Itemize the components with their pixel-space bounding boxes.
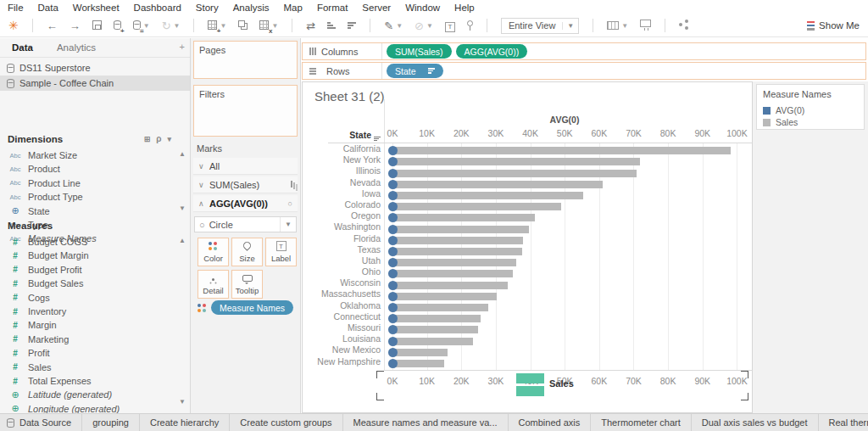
chevron-icon[interactable]: ∧ xyxy=(198,199,205,208)
circle-missouri[interactable] xyxy=(388,325,398,334)
row-label[interactable]: New York xyxy=(303,154,381,165)
circle-texas[interactable] xyxy=(388,247,398,256)
measure-marketing[interactable]: #Marketing xyxy=(0,333,175,346)
clear-sheet-icon[interactable]: x▼ xyxy=(259,20,278,32)
row-label[interactable]: Iowa xyxy=(303,188,381,199)
row-label[interactable]: Oregon xyxy=(303,210,381,221)
bar-texas[interactable] xyxy=(392,248,522,255)
marks-layer-agg-avg-0-[interactable]: ∧AGG(AVG(0))○ xyxy=(193,195,298,212)
detail-button[interactable]: Detail xyxy=(198,270,229,299)
tab-data[interactable]: Data xyxy=(0,42,45,53)
bar-utah[interactable] xyxy=(392,259,516,266)
circle-california[interactable] xyxy=(388,146,398,155)
no-highlight-icon[interactable]: ⊘▼ xyxy=(415,20,433,32)
marks-layer-all[interactable]: ∨All xyxy=(193,158,298,175)
new-datasource-icon[interactable]: + xyxy=(114,20,121,32)
sheet-tab-dual-axis-sales-vs-budget[interactable]: Dual axis sales vs budget xyxy=(692,414,819,431)
sheet-tab-measure-names-and-measure-va-[interactable]: Measure names and measure va... xyxy=(343,414,509,431)
filters-shelf[interactable]: Filters xyxy=(193,85,298,137)
highlight-icon[interactable]: ✎▼ xyxy=(384,20,403,32)
bar-wisconsin[interactable] xyxy=(392,282,508,289)
pane-options-icon[interactable]: + xyxy=(180,42,185,52)
circle-illinois[interactable] xyxy=(388,169,398,178)
scroll-up-icon[interactable]: ▲ xyxy=(179,150,186,158)
measure-sales[interactable]: #Sales xyxy=(0,361,175,374)
sort-fields-icon[interactable]: ▾ xyxy=(167,135,171,143)
bar-nevada[interactable] xyxy=(392,181,603,188)
row-header[interactable]: State xyxy=(303,130,381,141)
circle-utah[interactable] xyxy=(388,258,398,267)
bar-colorado[interactable] xyxy=(392,203,561,210)
sheet-tab-create-hierarchy[interactable]: Create hierarchy xyxy=(140,414,230,431)
row-label[interactable]: Nevada xyxy=(303,177,381,188)
row-label[interactable]: Connecticut xyxy=(303,311,381,322)
chevron-down-icon[interactable]: ▼ xyxy=(271,22,278,30)
fit-selector[interactable]: Entire View▼ xyxy=(501,18,579,34)
menu-item-story[interactable]: Story xyxy=(196,3,219,13)
save-icon[interactable] xyxy=(92,20,102,32)
bar-ohio[interactable] xyxy=(392,270,513,277)
measure-longitude-generated-[interactable]: ⊕Longitude (generated) xyxy=(0,402,175,413)
data-source-item[interactable]: Sample - Coffee Chain xyxy=(0,76,190,91)
circle-massachusetts[interactable] xyxy=(388,292,398,301)
menu-item-window[interactable]: Window xyxy=(405,3,440,13)
menu-item-worksheet[interactable]: Worksheet xyxy=(73,3,120,13)
row-label[interactable]: Utah xyxy=(303,255,381,266)
chevron-icon[interactable]: ∨ xyxy=(198,181,205,189)
bar-florida[interactable] xyxy=(392,237,523,244)
circle-washington[interactable] xyxy=(388,225,398,234)
dimension-product-type[interactable]: AbcProduct Type xyxy=(0,190,175,204)
chevron-down-icon[interactable]: ▼ xyxy=(174,22,181,30)
fix-axes-icon[interactable] xyxy=(467,20,473,32)
menu-item-map[interactable]: Map xyxy=(284,3,303,13)
circle-colorado[interactable] xyxy=(388,202,398,211)
measure-total-expenses[interactable]: #Total Expenses xyxy=(0,374,175,388)
measure-inventory[interactable]: #Inventory xyxy=(0,305,175,318)
row-label[interactable]: Illinois xyxy=(303,165,381,176)
menu-item-format[interactable]: Format xyxy=(317,3,348,13)
bar-louisiana[interactable] xyxy=(392,338,473,345)
bar-illinois[interactable] xyxy=(392,170,637,177)
scroll-down-icon[interactable]: ▼ xyxy=(179,398,186,406)
row-label[interactable]: Washington xyxy=(303,221,381,232)
redo-icon[interactable]: → xyxy=(70,20,81,32)
row-label[interactable]: Louisiana xyxy=(303,333,381,344)
legend-card[interactable]: Measure Names AVG(0)Sales xyxy=(756,84,865,130)
refresh-icon[interactable]: ↻▼ xyxy=(162,20,181,32)
top-axis[interactable]: 0K10K20K30K40K50K60K70K80K90K100K xyxy=(384,128,754,138)
bar-new-york[interactable] xyxy=(392,158,640,165)
legend-item-avg-0-[interactable]: AVG(0) xyxy=(763,104,858,116)
view-as-icon[interactable]: ⊞ xyxy=(144,135,151,143)
chevron-down-icon[interactable]: ▼ xyxy=(562,22,578,30)
measure-budget-sales[interactable]: #Budget Sales xyxy=(0,277,175,290)
dimension-product-line[interactable]: AbcProduct Line xyxy=(0,176,175,190)
new-worksheet-icon[interactable]: +▼ xyxy=(208,20,226,32)
pause-updates-icon[interactable]: =▼ xyxy=(133,20,150,32)
menu-item-help[interactable]: Help xyxy=(454,3,475,13)
chevron-down-icon[interactable]: ▼ xyxy=(396,22,403,30)
bar-california[interactable] xyxy=(392,147,731,154)
bar-oklahoma[interactable] xyxy=(392,304,488,311)
row-label[interactable]: Oklahoma xyxy=(303,300,381,311)
share-icon[interactable] xyxy=(679,20,689,32)
menu-item-file[interactable]: File xyxy=(8,3,24,13)
dimension-product[interactable]: AbcProduct xyxy=(0,162,175,176)
bar-new-mexico[interactable] xyxy=(392,349,448,356)
row-label[interactable]: Texas xyxy=(303,244,381,255)
row-label[interactable]: Florida xyxy=(303,233,381,244)
row-label[interactable]: Ohio xyxy=(303,266,381,277)
chevron-down-icon[interactable]: ▼ xyxy=(220,22,226,30)
mark-type-selector[interactable]: ○ Circle ▼ xyxy=(194,216,297,232)
label-button[interactable]: TLabel xyxy=(265,238,297,266)
scroll-down-icon[interactable]: ▼ xyxy=(179,204,186,212)
circle-oklahoma[interactable] xyxy=(388,303,398,312)
circle-ohio[interactable] xyxy=(388,269,398,278)
size-button[interactable]: Size xyxy=(231,238,263,266)
sheet-tab-combined-axis[interactable]: Combined axis xyxy=(509,414,592,431)
sheet-tab-real-thermometer-chart[interactable]: Real thermometer chart xyxy=(819,414,868,431)
find-field-icon[interactable]: ρ xyxy=(156,134,161,143)
row-label[interactable]: New Hampshire xyxy=(303,356,381,367)
data-source-item[interactable]: DS11 Superstore xyxy=(0,60,190,76)
pill-state[interactable]: State xyxy=(387,64,443,78)
bar-iowa[interactable] xyxy=(392,192,583,199)
